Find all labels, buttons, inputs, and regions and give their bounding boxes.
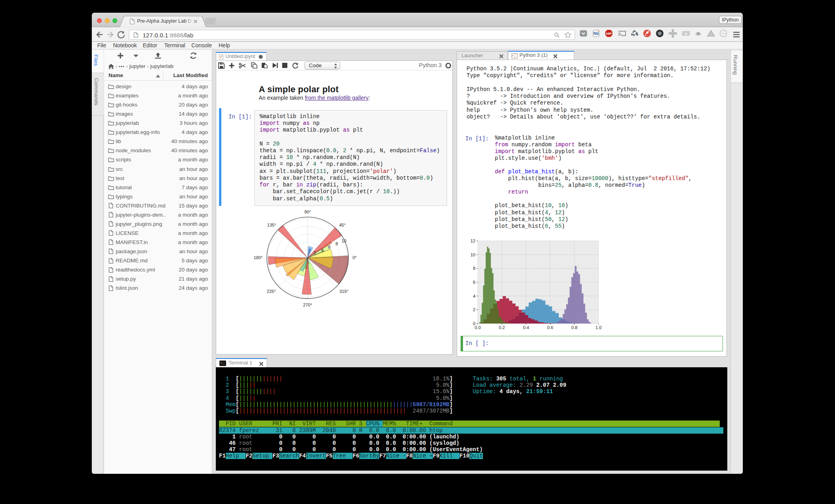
svg-text:45°: 45° xyxy=(339,223,346,227)
svg-text:10: 10 xyxy=(471,252,475,257)
svg-text:270°: 270° xyxy=(303,302,312,307)
svg-text:8: 8 xyxy=(335,241,338,246)
svg-text:Nb: Nb xyxy=(593,31,599,36)
svg-text:90°: 90° xyxy=(304,210,311,214)
svg-text:4: 4 xyxy=(473,294,475,299)
svg-text:ABP: ABP xyxy=(606,32,612,35)
svg-text:135°: 135° xyxy=(267,223,276,227)
svg-text:10: 10 xyxy=(341,238,346,243)
svg-text:2: 2 xyxy=(473,307,475,312)
svg-text:180°: 180° xyxy=(254,255,263,260)
svg-text:0.6: 0.6 xyxy=(547,325,553,330)
svg-text:6: 6 xyxy=(473,280,475,285)
svg-text:0°: 0° xyxy=(353,255,357,260)
svg-text:4: 4 xyxy=(321,248,324,252)
svg-text:6: 6 xyxy=(328,244,331,249)
svg-text:a: a xyxy=(685,31,687,36)
svg-text:8: 8 xyxy=(473,266,475,271)
svg-text:2: 2 xyxy=(314,250,316,255)
svg-text:1.0: 1.0 xyxy=(595,325,601,330)
svg-text:0.2: 0.2 xyxy=(499,325,505,330)
svg-text:0.8: 0.8 xyxy=(572,325,577,330)
svg-text:0.0: 0.0 xyxy=(475,325,480,330)
svg-text:12: 12 xyxy=(471,238,475,243)
svg-text:0.4: 0.4 xyxy=(523,325,529,330)
svg-text:315°: 315° xyxy=(339,289,349,294)
svg-text:225°: 225° xyxy=(267,289,276,294)
